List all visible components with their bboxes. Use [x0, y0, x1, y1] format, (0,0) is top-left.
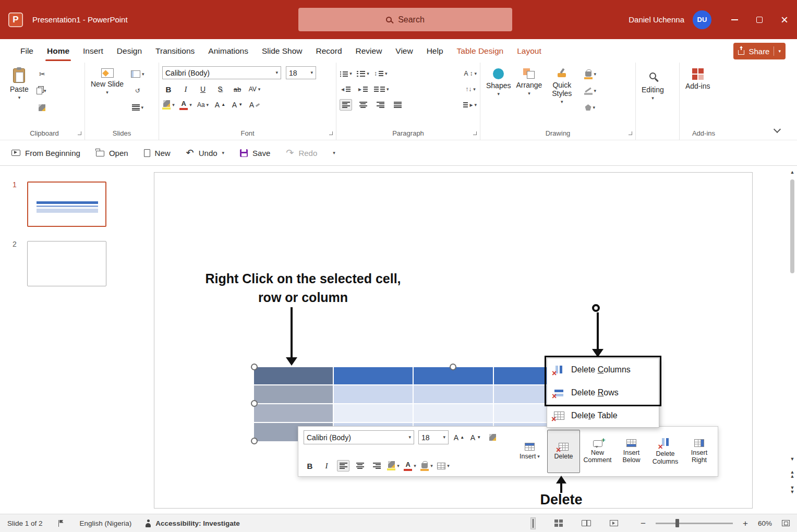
font-size-combo[interactable]: 18▾: [418, 430, 449, 444]
align-left-button[interactable]: [337, 460, 349, 471]
annotation-arrow-shaft[interactable]: [597, 312, 599, 350]
menu-item-delete-rows[interactable]: Delete Rows: [547, 381, 659, 404]
underline-button[interactable]: U: [197, 83, 209, 95]
tab-view[interactable]: View: [389, 39, 419, 63]
text-highlight-button[interactable]: ▾: [387, 460, 400, 471]
maximize-button[interactable]: [747, 0, 772, 39]
accessibility-status[interactable]: Accessibility: Investigate: [145, 519, 239, 527]
italic-button[interactable]: I: [320, 460, 333, 471]
redo-button[interactable]: ↷Redo: [286, 148, 317, 158]
paste-button[interactable]: Paste ▾: [7, 66, 31, 126]
table-cell[interactable]: [334, 404, 413, 422]
annotation-arrow-shaft[interactable]: [291, 307, 293, 358]
paragraph-dialog-launcher[interactable]: [472, 130, 478, 136]
delete-button[interactable]: Delete: [547, 430, 580, 473]
numbering-button[interactable]: ▾: [357, 68, 369, 79]
bullets-button[interactable]: ▾: [340, 68, 352, 79]
table-cell[interactable]: [254, 404, 333, 422]
tab-transitions[interactable]: Transitions: [149, 39, 201, 63]
scroll-down-button[interactable]: ▼: [789, 457, 796, 462]
tab-help[interactable]: Help: [420, 39, 450, 63]
menu-item-delete-columns[interactable]: Delete Columns: [547, 358, 659, 381]
language-status[interactable]: English (Nigeria): [80, 519, 132, 527]
insert-right-button[interactable]: Insert Right: [683, 430, 716, 473]
increase-indent-button[interactable]: ▸: [357, 83, 369, 95]
quick-styles-button[interactable]: Quick Styles ▾: [545, 66, 579, 126]
close-button[interactable]: ×: [772, 0, 797, 39]
qat-overflow-button[interactable]: ▾: [333, 151, 335, 155]
undo-button[interactable]: ↶Undo▾: [186, 148, 224, 158]
copy-button[interactable]: ▾: [36, 85, 49, 96]
insert-below-button[interactable]: Insert Below: [615, 430, 648, 473]
font-color-button[interactable]: A▾: [404, 460, 416, 471]
font-size-combo[interactable]: 18▾: [286, 66, 316, 79]
annotation-circle[interactable]: [592, 304, 600, 312]
zoom-in-button[interactable]: +: [743, 519, 748, 528]
convert-to-smartart-button[interactable]: ▸▾: [463, 99, 477, 111]
slide-layout-button[interactable]: ▾: [131, 68, 144, 80]
align-right-button[interactable]: [374, 99, 387, 111]
justify-button[interactable]: [391, 99, 404, 111]
tab-home[interactable]: Home: [40, 39, 76, 63]
tab-layout[interactable]: Layout: [510, 39, 548, 63]
new-button[interactable]: New: [144, 149, 171, 158]
shape-fill-button[interactable]: ▾: [584, 68, 596, 80]
selection-handle[interactable]: [251, 438, 258, 444]
reset-slide-button[interactable]: ↺: [131, 85, 144, 96]
bold-button[interactable]: B: [162, 83, 175, 95]
annotation-textbox[interactable]: Right Click on the selected cell, row or…: [170, 269, 436, 307]
new-comment-button[interactable]: New Comment: [581, 430, 614, 473]
align-right-button[interactable]: [370, 460, 383, 471]
strikethrough-button[interactable]: ab: [231, 83, 244, 95]
increase-font-size-button[interactable]: A▲: [453, 432, 465, 443]
font-name-combo[interactable]: Calibri (Body)▾: [162, 66, 281, 79]
clear-formatting-button[interactable]: A: [248, 99, 261, 111]
text-direction-button[interactable]: A↕▾: [464, 68, 477, 79]
shape-effects-button[interactable]: ▾: [584, 102, 596, 113]
scrollbar-thumb[interactable]: [790, 179, 794, 273]
search-input[interactable]: Search: [298, 8, 512, 31]
font-dialog-launcher[interactable]: [328, 130, 334, 136]
user-name[interactable]: Daniel Uchenna: [629, 15, 684, 24]
tab-insert[interactable]: Insert: [76, 39, 110, 63]
table-cell[interactable]: [254, 367, 333, 384]
arrange-button[interactable]: Arrange ▾: [513, 66, 545, 126]
normal-view-button[interactable]: [530, 517, 536, 529]
tab-table-design[interactable]: Table Design: [450, 39, 511, 63]
align-text-button[interactable]: ↑↓▾: [464, 83, 477, 95]
table-cell[interactable]: [334, 385, 413, 403]
font-color-button[interactable]: A▾: [179, 99, 192, 111]
from-beginning-button[interactable]: From Beginning: [11, 149, 80, 158]
decrease-font-size-button[interactable]: A▼: [231, 99, 244, 111]
slide-show-button[interactable]: [610, 520, 618, 526]
reading-view-button[interactable]: [582, 520, 591, 526]
scroll-up-button[interactable]: ▲: [789, 170, 796, 175]
fit-slide-to-window-button[interactable]: [782, 520, 790, 526]
new-slide-button[interactable]: New Slide ▾: [88, 66, 126, 126]
decrease-font-size-button[interactable]: A▼: [469, 432, 482, 443]
table-cell[interactable]: [414, 385, 492, 403]
selection-handle[interactable]: [251, 400, 258, 407]
tab-design[interactable]: Design: [110, 39, 149, 63]
insert-button[interactable]: Insert▾: [513, 430, 546, 473]
open-button[interactable]: Open: [96, 149, 128, 158]
editing-button[interactable]: Editing ▾: [639, 66, 667, 126]
italic-button[interactable]: I: [179, 83, 192, 95]
save-button[interactable]: Save: [240, 149, 270, 158]
tab-slide-show[interactable]: Slide Show: [255, 39, 309, 63]
shape-outline-button[interactable]: ▾: [584, 85, 596, 96]
addins-button[interactable]: Add-ins: [683, 66, 713, 126]
slide-thumbnail-2[interactable]: [27, 241, 106, 286]
align-center-button[interactable]: [354, 460, 366, 471]
table-cell[interactable]: [334, 367, 413, 384]
tab-animations[interactable]: Animations: [201, 39, 255, 63]
drawing-dialog-launcher[interactable]: [627, 130, 633, 136]
share-button[interactable]: Share ▾: [733, 43, 786, 59]
line-spacing-button[interactable]: ↕▾: [374, 68, 388, 79]
increase-font-size-button[interactable]: A▲: [214, 99, 226, 111]
slide-canvas[interactable]: Right Click on the selected cell, row or…: [154, 172, 753, 509]
minimize-button[interactable]: [722, 0, 747, 39]
format-painter-button[interactable]: [486, 432, 499, 443]
borders-button[interactable]: ▾: [437, 460, 450, 471]
zoom-slider[interactable]: [656, 523, 733, 524]
